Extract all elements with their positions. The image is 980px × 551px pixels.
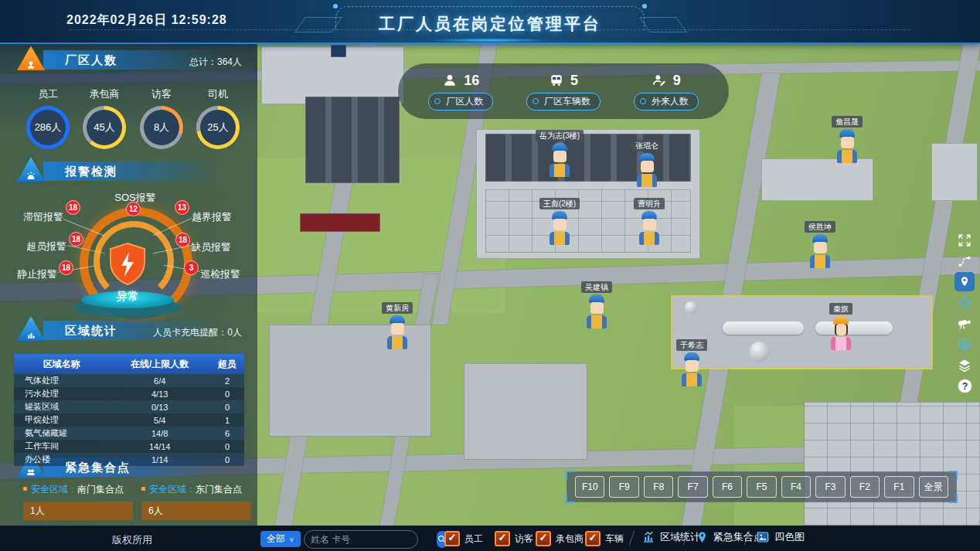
cell: 工作车间: [14, 440, 109, 453]
ring-value: 25人: [207, 121, 228, 134]
monitor-button[interactable]: [954, 335, 975, 354]
person-marker[interactable]: 侯胜坤: [795, 221, 845, 270]
bottom-bar: 版权所用 全部 ∨ ✓员工 ✓访客 ✓承包商 ✓车辆 区域统计 紧急集合点 四: [0, 525, 980, 551]
alarm-count-badge: 18: [175, 233, 190, 247]
region-stats-link[interactable]: 区域统计: [641, 530, 700, 544]
assembly-count-bar[interactable]: 6人: [141, 502, 251, 520]
person-marker[interactable]: 张琨仑: [622, 140, 672, 189]
floor-button-f5[interactable]: F5: [747, 476, 776, 498]
search-box[interactable]: [304, 530, 418, 549]
cell: 6: [210, 427, 244, 440]
person-marker[interactable]: 吴建镇: [572, 281, 621, 330]
checkbox-checked-icon: ✓: [536, 531, 551, 546]
locate-target-button[interactable]: [954, 293, 975, 312]
location-pin-icon: [696, 531, 709, 544]
card-charge-reminder: 人员卡充电提醒：0人: [153, 326, 242, 339]
person-marker[interactable]: 黄新房: [373, 302, 422, 351]
cell: 5/4: [109, 413, 210, 427]
cell: 0: [210, 453, 244, 466]
cctv-camera-icon: [957, 316, 972, 332]
ring-label: 员工: [23, 87, 73, 101]
col-over-capacity: 超员: [210, 354, 244, 374]
location-button[interactable]: [954, 272, 975, 291]
checkbox-employees[interactable]: ✓员工: [444, 531, 483, 546]
person-name-tag: 吴建镇: [581, 281, 612, 293]
floor-button-panorama[interactable]: 全景: [919, 476, 948, 498]
svg-text:?: ?: [961, 381, 967, 392]
person-marker[interactable]: 岳为志(3楼): [535, 130, 584, 179]
floor-button-f6[interactable]: F6: [713, 476, 742, 498]
alarm-item-label: 巡检报警: [200, 267, 240, 281]
stat-label[interactable]: 厂区人数: [428, 93, 493, 111]
bullet-dot: [23, 487, 27, 491]
search-input[interactable]: [305, 534, 437, 545]
floor-button-f4[interactable]: F4: [781, 476, 811, 498]
assembly-count-bar[interactable]: 1人: [23, 502, 133, 520]
title-frame: 工厂人员在岗定位管理平台: [335, 3, 645, 40]
floor-button-f1[interactable]: F1: [884, 476, 914, 498]
assembly-point-south: 安全区域：南门集合点 1人: [23, 483, 133, 520]
worker-avatar-icon: [546, 211, 573, 247]
table-row[interactable]: 污水处理4/130: [14, 387, 244, 400]
stat-label[interactable]: 厂区车辆数: [526, 93, 601, 111]
checkbox-vehicles[interactable]: ✓车辆: [585, 531, 624, 546]
layers-button[interactable]: [954, 355, 975, 375]
floor-button-f3[interactable]: F3: [815, 476, 845, 498]
worker-avatar-icon: [384, 315, 410, 351]
stat-factory-people: 16 厂区人数: [428, 73, 493, 111]
sphere-tank: [685, 301, 697, 314]
checkbox-checked-icon: ✓: [495, 531, 510, 546]
checkbox-label: 员工: [464, 532, 483, 546]
bar-chart-icon: [641, 530, 655, 544]
person-marker[interactable]: 王彪(2楼): [535, 198, 584, 247]
floor-button-f8[interactable]: F8: [644, 476, 673, 498]
image-map-icon: [756, 530, 770, 544]
table-row[interactable]: 甲烷处理5/41: [14, 413, 244, 427]
cell: 4/13: [109, 387, 210, 400]
total-count: 总计：364人: [189, 56, 242, 69]
building: [331, 45, 346, 57]
fullscreen-button[interactable]: [954, 230, 975, 250]
stat-label[interactable]: 外来人数: [634, 93, 699, 111]
donut-ring: 45人: [83, 106, 126, 149]
table-row[interactable]: 罐装区域0/130: [14, 400, 244, 413]
map-toolbar: ?: [954, 230, 976, 396]
person-marker[interactable]: 曹明升: [624, 198, 674, 247]
region-stats-table: 区域名称 在线/上限人数 超员 气体处理6/42 污水处理4/130 罐装区域0…: [14, 354, 244, 466]
assembly-points-link[interactable]: 紧急集合点: [696, 530, 764, 544]
count-ring-employees: 员工 286人: [23, 87, 73, 149]
table-row[interactable]: 工作车间14/140: [14, 440, 244, 453]
person-marker[interactable]: 秦旗: [816, 303, 866, 352]
help-button[interactable]: ?: [954, 376, 975, 396]
alarm-item-label: 越界报警: [192, 210, 232, 224]
header-deco-right: [639, 17, 687, 32]
floor-button-f10[interactable]: F10: [575, 476, 604, 498]
floor-button-f2[interactable]: F2: [850, 476, 880, 498]
floor-button-f9[interactable]: F9: [609, 476, 638, 498]
ring-value: 45人: [94, 121, 114, 134]
filter-all-dropdown[interactable]: 全部 ∨: [260, 531, 301, 547]
checkbox-label: 车辆: [605, 532, 624, 546]
four-color-map-link[interactable]: 四色图: [756, 530, 805, 544]
floor-button-f7[interactable]: F7: [678, 476, 707, 498]
visitor-icon: [652, 73, 667, 88]
cell: 14/8: [109, 427, 210, 440]
table-header-row: 区域名称 在线/上限人数 超员: [14, 354, 244, 374]
checkbox-contractors[interactable]: ✓承包商: [536, 531, 584, 546]
checkbox-visitors[interactable]: ✓访客: [495, 531, 533, 546]
alarm-shield-icon: [106, 241, 149, 291]
table-row[interactable]: 气体处理6/42: [14, 374, 244, 387]
ring-label: 承包商: [80, 87, 129, 101]
person-marker[interactable]: 于希志: [667, 339, 716, 388]
worker-avatar-icon: [636, 211, 662, 247]
cell: 1: [210, 413, 244, 427]
person-marker[interactable]: 詹昌晟: [822, 116, 872, 165]
alarm-count-badge: 18: [66, 200, 80, 215]
worker-avatar-icon: [807, 234, 833, 270]
table-row[interactable]: 氨气储藏罐14/86: [14, 427, 244, 440]
person-name-tag: 曹明升: [634, 198, 665, 209]
ring-value: 8人: [154, 121, 169, 134]
route-button[interactable]: [954, 251, 975, 270]
camera-button[interactable]: [954, 314, 975, 333]
stat-value: 9: [673, 73, 681, 89]
